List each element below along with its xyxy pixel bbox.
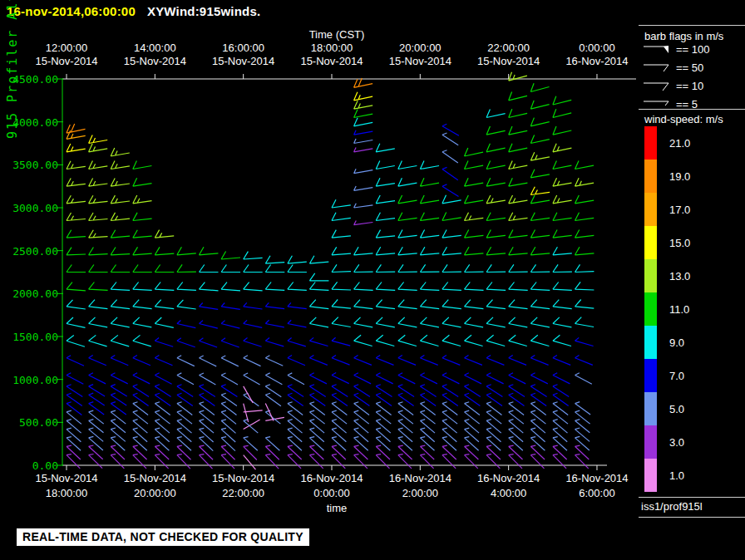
wind-barb	[133, 317, 152, 327]
wind-barb	[309, 282, 328, 291]
legend-separator	[639, 25, 745, 26]
wind-barb	[420, 335, 438, 346]
y-axis-title: 915 Profiler Altitude (m agl)	[5, 0, 20, 139]
wind-barb	[133, 247, 152, 254]
wind-barb	[553, 454, 566, 469]
colorbar-value: 15.0	[669, 237, 690, 249]
wind-barb	[67, 300, 86, 309]
wind-barb	[354, 220, 373, 224]
wind-barb	[288, 385, 303, 397]
wind-barb	[67, 385, 82, 397]
wind-barb	[530, 317, 550, 327]
wind-barb	[420, 195, 439, 204]
wind-barb	[155, 265, 174, 273]
wind-barb	[332, 247, 351, 254]
wind-barb	[420, 178, 439, 186]
bottom-tick-time: 2:00:00	[374, 487, 466, 499]
wind-barb	[442, 454, 456, 469]
wind-barb	[553, 195, 572, 204]
colorbar-segment	[644, 425, 657, 459]
wind-barb	[553, 230, 572, 238]
bottom-tick-time: 18:00:00	[21, 487, 112, 499]
wind-barb	[221, 321, 239, 329]
wind-barb	[575, 213, 595, 221]
wind-barb	[442, 247, 461, 255]
colorbar-segment	[644, 126, 657, 160]
wind-barb	[398, 247, 417, 255]
wind-barb	[354, 335, 372, 346]
wind-barb	[530, 195, 550, 204]
wind-barb	[200, 454, 213, 469]
wind-barb	[67, 454, 80, 469]
wind-barb	[221, 303, 240, 310]
wind-barb	[332, 373, 349, 384]
wind-barb	[177, 321, 195, 328]
wind-barb	[354, 130, 373, 135]
wind-barb	[111, 300, 130, 309]
wind-barb	[530, 385, 546, 397]
wind-barb	[553, 126, 571, 135]
wind-barb	[398, 385, 414, 397]
wind-barb	[200, 321, 218, 329]
wind-barb	[354, 78, 373, 87]
wind-barb	[111, 265, 130, 273]
wind-barb	[288, 302, 307, 308]
wind-barb	[67, 230, 86, 238]
wind-barb	[67, 317, 86, 327]
bottom-tick-date: 15-Nov-2014	[198, 472, 289, 484]
wind-barb	[575, 402, 591, 415]
wind-barb	[398, 317, 417, 327]
wind-barb	[177, 264, 196, 272]
wind-barb	[376, 230, 395, 238]
wind-barb	[442, 282, 461, 291]
bottom-tick-date: 16-Nov-2014	[463, 472, 555, 484]
wind-barb	[398, 264, 417, 272]
wind-barb	[177, 338, 195, 347]
wind-barb	[89, 373, 106, 384]
wind-barb	[354, 139, 373, 143]
wind-barb	[111, 335, 129, 346]
colorbar-value: 9.0	[669, 336, 684, 349]
colorbar-segment	[644, 359, 657, 392]
wind-barb	[486, 300, 506, 309]
wind-barb	[553, 144, 572, 152]
colorbar-value: 13.0	[669, 270, 690, 282]
altitude-tick-label: 2500.00	[0, 245, 58, 258]
wind-barb	[133, 454, 146, 469]
wind-barb	[354, 317, 373, 327]
wind-barb	[575, 161, 595, 169]
wind-barb	[67, 179, 86, 187]
wind-barb	[200, 338, 218, 347]
wind-barb	[376, 356, 393, 366]
wind-barb	[111, 282, 130, 291]
wind-barb	[530, 230, 550, 238]
wind-barb	[332, 355, 350, 365]
wind-barb	[89, 385, 106, 397]
wind-barb	[486, 454, 500, 469]
wind-barb	[177, 373, 194, 385]
wind-barb	[442, 264, 461, 272]
colorbar-value: 5.0	[669, 403, 684, 415]
colorbar-segment	[644, 259, 657, 292]
wind-barb	[376, 282, 395, 291]
wind-barb	[67, 124, 86, 133]
wind-barb	[442, 184, 459, 197]
wind-barb	[509, 178, 528, 186]
wind-barb	[486, 282, 506, 291]
colorbar-segment	[644, 160, 657, 193]
wind-barb	[486, 356, 504, 366]
wind-barb	[67, 356, 84, 366]
bottom-tick-time: 4:00:00	[463, 487, 555, 499]
wind-barb	[309, 356, 327, 366]
wind-barb	[509, 335, 527, 346]
wind-barb	[67, 213, 86, 221]
wind-barb	[420, 373, 437, 384]
wind-barb	[509, 373, 526, 384]
wind-barb	[376, 144, 395, 152]
wind-barb	[111, 248, 130, 255]
wind-barb	[332, 213, 351, 221]
wind-barb	[155, 356, 172, 366]
barb-flag-symbol-icon	[643, 43, 671, 55]
wind-barb	[398, 300, 417, 309]
wind-barb	[465, 161, 484, 169]
